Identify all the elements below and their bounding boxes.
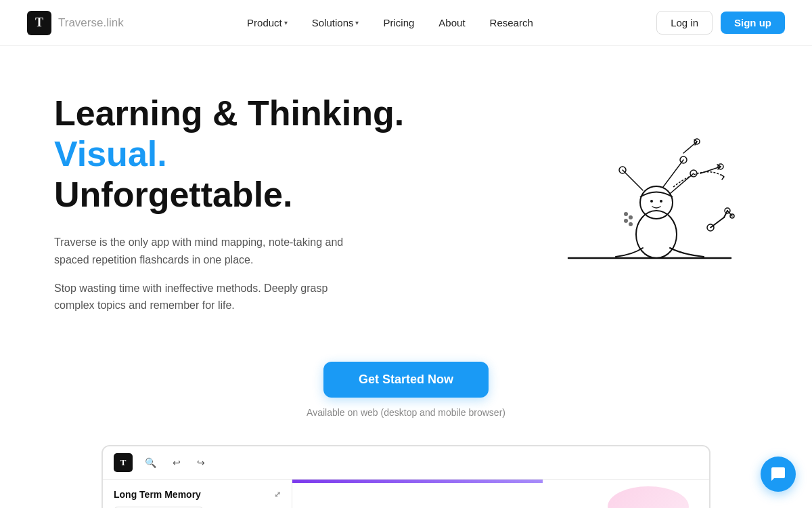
nav-actions: Log in Sign up [656,11,785,35]
undo-icon[interactable]: ↩ [168,454,185,471]
nav-logo[interactable]: T Traverse.link [27,11,124,35]
nav-research[interactable]: Research [479,12,544,34]
nav-solutions[interactable]: Solutions ▾ [301,12,370,34]
cta-section: Get Started Now Available on web (deskto… [0,341,812,431]
login-button[interactable]: Log in [656,11,713,35]
chat-bubble-button[interactable] [761,457,796,492]
logo-letter: T [35,16,43,30]
hero-desc1: Traverse is the only app with mind mappi… [54,234,372,268]
svg-point-4 [660,200,662,203]
svg-point-3 [650,200,653,203]
hero-desc2: Stop wasting time with ineffective metho… [54,280,359,314]
nav-about[interactable]: About [428,12,476,34]
nav-links: Product ▾ Solutions ▾ Pricing About Rese… [236,12,544,34]
chevron-down-icon: ▾ [355,19,359,26]
navbar: T Traverse.link Product ▾ Solutions ▾ Pr… [0,0,812,46]
signup-button[interactable]: Sign up [721,12,785,34]
svg-line-5 [670,173,694,194]
expand-icon[interactable]: ⤢ [274,490,281,499]
logo-box: T [27,11,51,35]
hero-heading-blue: Visual. [54,134,167,173]
hero-heading: Learning & Thinking. Visual. Unforgettab… [54,93,406,215]
svg-point-17 [624,219,628,223]
hero-heading-line1: Learning & Thinking. [54,93,404,133]
svg-line-6 [663,160,683,187]
get-started-button[interactable]: Get Started Now [323,362,489,398]
app-sidebar-panel: Long Term Memory ⤢ + New Flashcard 🃏 [103,480,292,508]
app-main-panel [292,480,709,508]
cta-subtitle: Available on web (desktop and mobile bro… [307,407,505,418]
hero-heading-rest: Unforgettable. [54,175,292,214]
app-logo-small: T [114,453,133,472]
illustration-svg [528,123,744,285]
svg-line-7 [623,170,643,190]
svg-line-19 [710,217,724,228]
hero-section: Learning & Thinking. Visual. Unforgettab… [0,46,812,341]
chat-icon [770,466,786,482]
app-preview: T 🔍 ↩ ↪ Long Term Memory ⤢ + New Flashca… [102,445,710,508]
svg-point-2 [640,186,673,219]
decorative-blob [608,486,689,508]
redo-icon[interactable]: ↪ [193,454,209,471]
svg-point-18 [629,222,633,226]
progress-bar [292,480,543,483]
svg-point-1 [636,211,677,258]
search-icon[interactable]: 🔍 [141,454,160,471]
chevron-down-icon: ▾ [284,19,288,26]
hero-illustration [514,123,758,285]
panel-title: Long Term Memory ⤢ [114,489,281,500]
svg-point-16 [629,215,633,219]
svg-point-15 [624,212,628,216]
app-toolbar: T 🔍 ↩ ↪ [103,446,709,480]
app-body: Long Term Memory ⤢ + New Flashcard 🃏 [103,480,709,508]
nav-product[interactable]: Product ▾ [236,12,298,34]
hero-left: Learning & Thinking. Visual. Unforgettab… [54,93,406,314]
brand-name: Traverse.link [58,16,124,30]
nav-pricing[interactable]: Pricing [372,12,425,34]
